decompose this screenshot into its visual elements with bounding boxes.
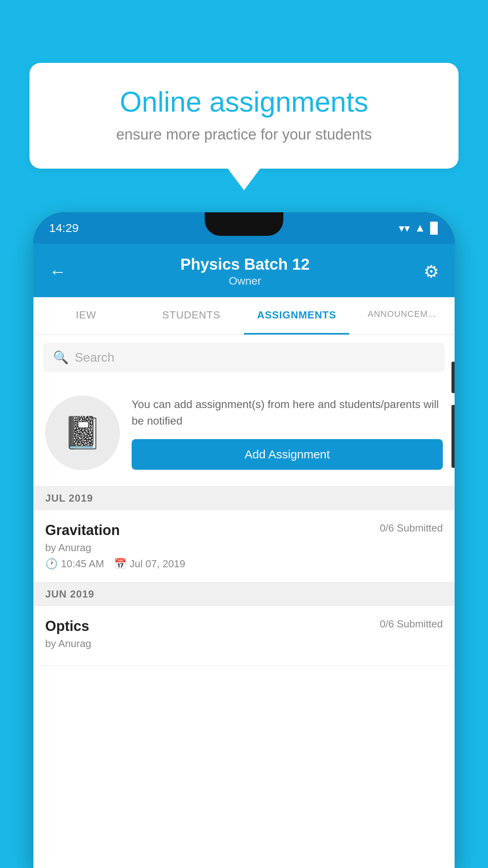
search-bar-container: 🔍 Search (33, 335, 455, 380)
add-assignment-section: 📓 You can add assignment(s) from here an… (33, 380, 455, 486)
header-title: Physics Batch 12 (180, 256, 310, 273)
assignment-meta-gravitation: 🕐 10:45 AM 📅 Jul 07, 2019 (45, 558, 443, 570)
search-icon: 🔍 (53, 350, 69, 365)
assignment-by-gravitation: by Anurag (45, 542, 443, 554)
header-title-area: Physics Batch 12 Owner (180, 256, 310, 287)
search-placeholder: Search (75, 350, 114, 365)
back-button[interactable]: ← (49, 262, 66, 281)
calendar-icon: 📅 (114, 558, 127, 570)
speech-bubble: Online assignments ensure more practice … (29, 63, 459, 169)
phone-side-btn-right (451, 362, 455, 393)
phone-frame: 14:29 ▾▾ ▲ ▉ ← Physics Batch 12 Owner ⚙ … (33, 212, 455, 868)
assignment-submitted-gravitation: 0/6 Submitted (380, 522, 443, 534)
tab-students[interactable]: STUDENTS (139, 297, 244, 335)
add-assignment-right: You can add assignment(s) from here and … (132, 396, 443, 470)
assignment-date-gravitation: Jul 07, 2019 (130, 558, 185, 570)
assignment-item-gravitation[interactable]: Gravitation 0/6 Submitted by Anurag 🕐 10… (33, 510, 455, 582)
header-subtitle: Owner (180, 275, 310, 287)
status-icons: ▾▾ ▲ ▉ (399, 222, 439, 235)
month-divider-jun2019: JUN 2019 (33, 582, 455, 606)
add-assignment-description: You can add assignment(s) from here and … (132, 396, 443, 429)
search-bar[interactable]: 🔍 Search (43, 343, 445, 372)
tab-announcements[interactable]: ANNOUNCEM... (349, 297, 455, 335)
assignment-icon-circle: 📓 (45, 395, 120, 470)
settings-button[interactable]: ⚙ (424, 261, 439, 281)
assignment-name-gravitation: Gravitation (45, 522, 120, 539)
screen-content: 🔍 Search 📓 You can add assignment(s) fro… (33, 335, 455, 868)
month-divider-jul2019: JUL 2019 (33, 486, 455, 510)
phone-notch (205, 212, 283, 236)
phone-side-btn-right2 (451, 405, 455, 468)
speech-bubble-title: Online assignments (57, 86, 431, 118)
assignment-item-header: Gravitation 0/6 Submitted (45, 522, 443, 539)
speech-bubble-container: Online assignments ensure more practice … (29, 63, 459, 169)
assignment-item-header-optics: Optics 0/6 Submitted (45, 618, 443, 634)
wifi-icon: ▾▾ (399, 222, 410, 235)
tab-assignments[interactable]: ASSIGNMENTS (244, 297, 349, 335)
status-time: 14:29 (49, 221, 79, 235)
tab-overview[interactable]: IEW (33, 297, 139, 335)
speech-bubble-subtitle: ensure more practice for your students (57, 126, 431, 143)
battery-icon: ▉ (430, 222, 439, 235)
tabs-container: IEW STUDENTS ASSIGNMENTS ANNOUNCEM... (33, 297, 455, 335)
assignment-time-gravitation: 10:45 AM (61, 558, 104, 570)
assignment-submitted-optics: 0/6 Submitted (380, 618, 443, 630)
meta-date-gravitation: 📅 Jul 07, 2019 (114, 558, 185, 570)
signal-icon: ▲ (415, 222, 426, 234)
add-assignment-button[interactable]: Add Assignment (132, 439, 443, 470)
notebook-icon: 📓 (63, 414, 102, 451)
meta-time-gravitation: 🕐 10:45 AM (45, 558, 104, 570)
app-header: ← Physics Batch 12 Owner ⚙ (33, 244, 455, 297)
clock-icon: 🕐 (45, 558, 58, 570)
assignment-name-optics: Optics (45, 618, 89, 634)
assignment-item-optics[interactable]: Optics 0/6 Submitted by Anurag (33, 606, 455, 666)
assignment-by-optics: by Anurag (45, 638, 443, 650)
